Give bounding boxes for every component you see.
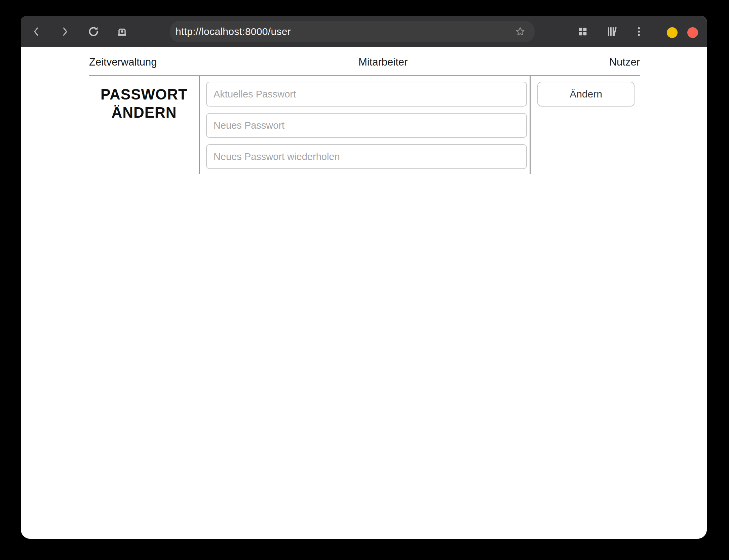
main-nav: Zeitverwaltung Mitarbeiter Nutzer (89, 47, 640, 75)
minimize-button[interactable] (667, 27, 678, 38)
password-heading-line2: ÄNDERN (89, 104, 199, 122)
new-tab-button[interactable] (115, 25, 129, 38)
change-password-button[interactable]: Ändern (537, 82, 635, 107)
bookmark-star-button[interactable] (514, 26, 526, 37)
url-bar[interactable]: http://localhost:8000/user (170, 21, 535, 42)
menu-button[interactable] (632, 25, 646, 38)
password-action-column: Ändern (530, 76, 640, 174)
browser-toolbar: http://localhost:8000/user (21, 16, 707, 47)
url-text: http://localhost:8000/user (176, 26, 291, 37)
current-password-input[interactable] (206, 82, 527, 107)
password-fields-column (199, 76, 530, 174)
new-tab-icon (116, 26, 128, 38)
nav-item-nutzer[interactable]: Nutzer (609, 56, 640, 68)
nav-item-mitarbeiter[interactable]: Mitarbeiter (358, 56, 408, 68)
password-heading-line1: PASSWORT (89, 85, 199, 104)
library-button[interactable] (605, 25, 619, 38)
reload-icon (87, 25, 100, 38)
repeat-password-input[interactable] (206, 144, 527, 169)
browser-window: http://localhost:8000/user (21, 16, 707, 539)
back-icon (31, 26, 42, 37)
password-heading-column: PASSWORT ÄNDERN (89, 76, 199, 174)
library-icon (606, 26, 618, 38)
tab-grid-icon (577, 26, 588, 37)
page-content: Zeitverwaltung Mitarbeiter Nutzer PASSWO… (21, 47, 707, 539)
toolbar-nav-group (30, 25, 129, 38)
forward-icon (59, 26, 71, 37)
new-password-input[interactable] (206, 113, 527, 138)
bookmark-star-icon (514, 26, 526, 37)
back-button[interactable] (30, 25, 43, 38)
kebab-menu-icon (633, 26, 645, 37)
reload-button[interactable] (87, 25, 100, 38)
tab-overview-button[interactable] (576, 25, 589, 38)
password-change-section: PASSWORT ÄNDERN Ändern (89, 76, 640, 174)
close-button[interactable] (687, 27, 698, 38)
nav-item-zeitverwaltung[interactable]: Zeitverwaltung (89, 56, 157, 68)
forward-button[interactable] (58, 25, 72, 38)
